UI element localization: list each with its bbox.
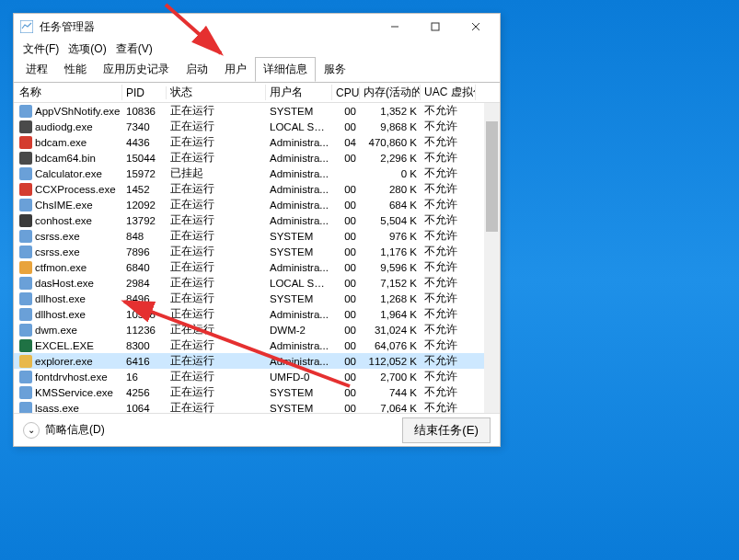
cell-mem: 7,152 K xyxy=(360,278,421,289)
cell-cpu: 00 xyxy=(332,200,360,211)
cell-cpu: 00 xyxy=(332,309,360,320)
maximize-button[interactable] xyxy=(415,14,456,40)
table-header[interactable]: 名称 PID 状态 用户名 CPU 内存(活动的) UAC 虚拟化 xyxy=(14,83,500,103)
table-row[interactable]: AppVShNotify.exe10836正在运行SYSTEM001,352 K… xyxy=(14,103,500,119)
table-row[interactable]: bdcam.exe4436正在运行Administra...04470,860 … xyxy=(14,134,500,150)
table-row[interactable]: ctfmon.exe6840正在运行Administra...009,596 K… xyxy=(14,259,500,275)
cell-pid: 16 xyxy=(122,371,167,383)
cell-pid: 4256 xyxy=(122,387,167,398)
tab-3[interactable]: 启动 xyxy=(178,57,216,82)
process-icon xyxy=(19,261,32,274)
menu-file[interactable]: 文件(F) xyxy=(19,40,63,58)
cell-mem: 1,352 K xyxy=(360,106,421,117)
cell-name: KMSService.exe xyxy=(16,386,122,399)
svg-rect-2 xyxy=(432,23,439,30)
chevron-down-icon: ⌄ xyxy=(23,422,40,439)
col-status[interactable]: 状态 xyxy=(167,85,266,100)
process-icon xyxy=(19,355,32,368)
table-row[interactable]: fontdrvhost.exe16正在运行UMFD-0002,700 K不允许 xyxy=(14,369,500,384)
col-mem[interactable]: 内存(活动的) xyxy=(360,85,421,100)
table-row[interactable]: dllhost.exe10548正在运行Administra...001,964… xyxy=(14,306,500,322)
cell-pid: 1452 xyxy=(122,184,167,195)
cell-cpu: 00 xyxy=(332,106,360,117)
minimize-button[interactable] xyxy=(375,14,415,40)
table-row[interactable]: csrss.exe7896正在运行SYSTEM001,176 K不允许 xyxy=(14,244,500,259)
process-icon xyxy=(19,277,32,290)
table-row[interactable]: csrss.exe848正在运行SYSTEM00976 K不允许 xyxy=(14,228,500,244)
cell-uac: 不允许 xyxy=(421,260,476,274)
table-row[interactable]: CCXProcess.exe1452正在运行Administra...00280… xyxy=(14,181,500,197)
cell-name: CCXProcess.exe xyxy=(16,183,122,196)
tab-4[interactable]: 用户 xyxy=(216,57,255,82)
app-icon xyxy=(19,19,34,34)
scrollbar[interactable] xyxy=(484,103,500,413)
cell-name: csrss.exe xyxy=(16,230,122,243)
cell-status: 正在运行 xyxy=(167,307,266,321)
cell-name: EXCEL.EXE xyxy=(16,339,122,352)
col-pid[interactable]: PID xyxy=(122,86,167,99)
table-row[interactable]: dwm.exe11236正在运行DWM-20031,024 K不允许 xyxy=(14,322,500,337)
cell-cpu: 00 xyxy=(332,121,360,132)
content-area: 名称 PID 状态 用户名 CPU 内存(活动的) UAC 虚拟化 AppVSh… xyxy=(14,82,500,413)
process-icon xyxy=(19,183,32,196)
process-icon xyxy=(19,386,32,399)
table-row[interactable]: bdcam64.bin15044正在运行Administra...002,296… xyxy=(14,150,500,166)
cell-cpu: 04 xyxy=(332,137,360,148)
cell-status: 正在运行 xyxy=(167,120,266,133)
close-button[interactable] xyxy=(456,14,496,40)
cell-uac: 不允许 xyxy=(421,135,476,149)
table-row[interactable]: dllhost.exe8496正在运行SYSTEM001,268 K不允许 xyxy=(14,291,500,306)
tab-1[interactable]: 性能 xyxy=(56,57,95,82)
cell-uac: 不允许 xyxy=(421,291,476,305)
brief-info-toggle[interactable]: ⌄ 简略信息(D) xyxy=(23,422,105,439)
cell-uac: 不允许 xyxy=(421,213,476,227)
cell-cpu: 00 xyxy=(332,231,360,242)
cell-mem: 470,860 K xyxy=(360,137,421,148)
process-icon xyxy=(19,292,32,305)
cell-status: 正在运行 xyxy=(167,213,266,227)
footer: ⌄ 简略信息(D) 结束任务(E) xyxy=(14,413,500,446)
table-row[interactable]: EXCEL.EXE8300正在运行Administra...0064,076 K… xyxy=(14,337,500,353)
col-user[interactable]: 用户名 xyxy=(266,85,332,100)
cell-pid: 15972 xyxy=(122,168,167,179)
table-row[interactable]: Calculator.exe15972已挂起Administra...0 K不允… xyxy=(14,166,500,181)
table-row[interactable]: ChsIME.exe12092正在运行Administra...00684 K不… xyxy=(14,197,500,212)
menu-options[interactable]: 选项(O) xyxy=(64,40,110,58)
tab-6[interactable]: 服务 xyxy=(316,57,354,82)
cell-cpu: 00 xyxy=(332,371,360,383)
cell-name: fontdrvhost.exe xyxy=(16,371,122,383)
col-name[interactable]: 名称 xyxy=(16,85,122,100)
tab-0[interactable]: 进程 xyxy=(17,57,56,82)
cell-uac: 不允许 xyxy=(421,323,476,337)
tab-5[interactable]: 详细信息 xyxy=(255,57,316,82)
cell-mem: 2,700 K xyxy=(360,371,421,383)
cell-name: dasHost.exe xyxy=(16,277,122,290)
table-row[interactable]: audiodg.exe7340正在运行LOCAL SER...009,868 K… xyxy=(14,119,500,134)
cell-user: Administra... xyxy=(266,215,332,226)
cell-user: SYSTEM xyxy=(266,106,332,117)
cell-mem: 9,868 K xyxy=(360,121,421,132)
cell-status: 正在运行 xyxy=(167,401,266,413)
tab-2[interactable]: 应用历史记录 xyxy=(95,57,178,82)
titlebar[interactable]: 任务管理器 xyxy=(14,14,500,40)
cell-pid: 13792 xyxy=(122,215,167,226)
cell-cpu: 00 xyxy=(332,387,360,398)
scrollbar-thumb[interactable] xyxy=(486,121,498,232)
table-row[interactable]: dasHost.exe2984正在运行LOCAL SER...007,152 K… xyxy=(14,275,500,291)
process-icon xyxy=(19,152,32,165)
table-row[interactable]: conhost.exe13792正在运行Administra...005,504… xyxy=(14,212,500,228)
window-title: 任务管理器 xyxy=(40,19,375,35)
table-row[interactable]: lsass.exe1064正在运行SYSTEM007,064 K不允许 xyxy=(14,400,500,413)
cell-cpu: 00 xyxy=(332,246,360,257)
task-manager-window: 任务管理器 文件(F) 选项(O) 查看(V) 进程性能应用历史记录启动用户详细… xyxy=(13,13,501,447)
cell-pid: 15044 xyxy=(122,153,167,164)
process-icon xyxy=(19,371,32,383)
table-row[interactable]: KMSService.exe4256正在运行SYSTEM00744 K不允许 xyxy=(14,384,500,400)
col-cpu[interactable]: CPU xyxy=(332,86,360,99)
cell-user: SYSTEM xyxy=(266,246,332,257)
cell-status: 正在运行 xyxy=(167,135,266,149)
col-uac[interactable]: UAC 虚拟化 xyxy=(421,85,476,100)
menu-view[interactable]: 查看(V) xyxy=(112,40,156,58)
end-task-button[interactable]: 结束任务(E) xyxy=(402,417,491,443)
table-row[interactable]: explorer.exe6416正在运行Administra...00112,0… xyxy=(14,353,500,369)
